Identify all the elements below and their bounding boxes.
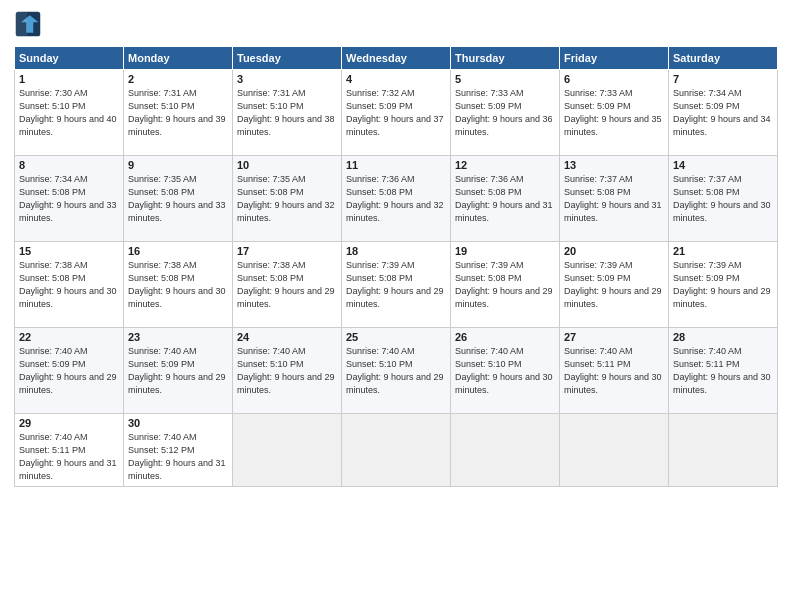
day-detail: Sunrise: 7:33 AMSunset: 5:09 PMDaylight:… <box>455 87 555 139</box>
day-detail: Sunrise: 7:31 AMSunset: 5:10 PMDaylight:… <box>128 87 228 139</box>
day-of-week-header: Sunday <box>15 47 124 70</box>
day-number: 26 <box>455 331 555 343</box>
calendar-cell: 23 Sunrise: 7:40 AMSunset: 5:09 PMDaylig… <box>124 328 233 414</box>
calendar-cell: 7 Sunrise: 7:34 AMSunset: 5:09 PMDayligh… <box>669 70 778 156</box>
calendar-cell: 2 Sunrise: 7:31 AMSunset: 5:10 PMDayligh… <box>124 70 233 156</box>
day-number: 28 <box>673 331 773 343</box>
day-number: 7 <box>673 73 773 85</box>
calendar-cell: 11 Sunrise: 7:36 AMSunset: 5:08 PMDaylig… <box>342 156 451 242</box>
calendar-cell: 10 Sunrise: 7:35 AMSunset: 5:08 PMDaylig… <box>233 156 342 242</box>
day-detail: Sunrise: 7:40 AMSunset: 5:10 PMDaylight:… <box>346 345 446 397</box>
day-detail: Sunrise: 7:40 AMSunset: 5:11 PMDaylight:… <box>673 345 773 397</box>
day-number: 21 <box>673 245 773 257</box>
day-number: 23 <box>128 331 228 343</box>
logo-icon <box>14 10 42 38</box>
calendar-header-row: SundayMondayTuesdayWednesdayThursdayFrid… <box>15 47 778 70</box>
day-number: 3 <box>237 73 337 85</box>
calendar-table: SundayMondayTuesdayWednesdayThursdayFrid… <box>14 46 778 487</box>
day-number: 2 <box>128 73 228 85</box>
day-detail: Sunrise: 7:31 AMSunset: 5:10 PMDaylight:… <box>237 87 337 139</box>
day-number: 16 <box>128 245 228 257</box>
calendar-cell: 24 Sunrise: 7:40 AMSunset: 5:10 PMDaylig… <box>233 328 342 414</box>
calendar-cell: 28 Sunrise: 7:40 AMSunset: 5:11 PMDaylig… <box>669 328 778 414</box>
day-detail: Sunrise: 7:36 AMSunset: 5:08 PMDaylight:… <box>346 173 446 225</box>
day-number: 29 <box>19 417 119 429</box>
day-number: 11 <box>346 159 446 171</box>
day-number: 17 <box>237 245 337 257</box>
calendar-cell: 29 Sunrise: 7:40 AMSunset: 5:11 PMDaylig… <box>15 414 124 487</box>
calendar-cell <box>342 414 451 487</box>
day-number: 20 <box>564 245 664 257</box>
svg-rect-2 <box>16 12 27 37</box>
day-detail: Sunrise: 7:35 AMSunset: 5:08 PMDaylight:… <box>128 173 228 225</box>
calendar-cell: 20 Sunrise: 7:39 AMSunset: 5:09 PMDaylig… <box>560 242 669 328</box>
day-number: 10 <box>237 159 337 171</box>
calendar-cell: 15 Sunrise: 7:38 AMSunset: 5:08 PMDaylig… <box>15 242 124 328</box>
day-number: 5 <box>455 73 555 85</box>
day-number: 4 <box>346 73 446 85</box>
day-number: 8 <box>19 159 119 171</box>
day-detail: Sunrise: 7:40 AMSunset: 5:09 PMDaylight:… <box>128 345 228 397</box>
calendar-cell <box>669 414 778 487</box>
day-detail: Sunrise: 7:34 AMSunset: 5:08 PMDaylight:… <box>19 173 119 225</box>
day-number: 22 <box>19 331 119 343</box>
day-detail: Sunrise: 7:34 AMSunset: 5:09 PMDaylight:… <box>673 87 773 139</box>
calendar-cell: 21 Sunrise: 7:39 AMSunset: 5:09 PMDaylig… <box>669 242 778 328</box>
day-number: 19 <box>455 245 555 257</box>
day-detail: Sunrise: 7:40 AMSunset: 5:09 PMDaylight:… <box>19 345 119 397</box>
calendar-cell: 19 Sunrise: 7:39 AMSunset: 5:08 PMDaylig… <box>451 242 560 328</box>
day-detail: Sunrise: 7:38 AMSunset: 5:08 PMDaylight:… <box>128 259 228 311</box>
calendar-cell: 4 Sunrise: 7:32 AMSunset: 5:09 PMDayligh… <box>342 70 451 156</box>
calendar-cell: 8 Sunrise: 7:34 AMSunset: 5:08 PMDayligh… <box>15 156 124 242</box>
calendar-cell: 9 Sunrise: 7:35 AMSunset: 5:08 PMDayligh… <box>124 156 233 242</box>
calendar-cell: 30 Sunrise: 7:40 AMSunset: 5:12 PMDaylig… <box>124 414 233 487</box>
calendar-cell: 5 Sunrise: 7:33 AMSunset: 5:09 PMDayligh… <box>451 70 560 156</box>
day-number: 13 <box>564 159 664 171</box>
day-of-week-header: Friday <box>560 47 669 70</box>
calendar-body: 1 Sunrise: 7:30 AMSunset: 5:10 PMDayligh… <box>15 70 778 487</box>
day-number: 14 <box>673 159 773 171</box>
day-detail: Sunrise: 7:39 AMSunset: 5:09 PMDaylight:… <box>673 259 773 311</box>
day-detail: Sunrise: 7:33 AMSunset: 5:09 PMDaylight:… <box>564 87 664 139</box>
header <box>14 10 778 38</box>
calendar-cell: 18 Sunrise: 7:39 AMSunset: 5:08 PMDaylig… <box>342 242 451 328</box>
day-detail: Sunrise: 7:39 AMSunset: 5:08 PMDaylight:… <box>455 259 555 311</box>
day-number: 15 <box>19 245 119 257</box>
calendar-cell: 25 Sunrise: 7:40 AMSunset: 5:10 PMDaylig… <box>342 328 451 414</box>
day-number: 18 <box>346 245 446 257</box>
day-detail: Sunrise: 7:37 AMSunset: 5:08 PMDaylight:… <box>673 173 773 225</box>
day-detail: Sunrise: 7:30 AMSunset: 5:10 PMDaylight:… <box>19 87 119 139</box>
page: SundayMondayTuesdayWednesdayThursdayFrid… <box>0 0 792 612</box>
calendar-cell <box>233 414 342 487</box>
calendar-cell: 12 Sunrise: 7:36 AMSunset: 5:08 PMDaylig… <box>451 156 560 242</box>
day-number: 30 <box>128 417 228 429</box>
calendar-cell: 26 Sunrise: 7:40 AMSunset: 5:10 PMDaylig… <box>451 328 560 414</box>
day-detail: Sunrise: 7:40 AMSunset: 5:11 PMDaylight:… <box>19 431 119 483</box>
day-detail: Sunrise: 7:39 AMSunset: 5:08 PMDaylight:… <box>346 259 446 311</box>
day-number: 1 <box>19 73 119 85</box>
day-detail: Sunrise: 7:40 AMSunset: 5:10 PMDaylight:… <box>455 345 555 397</box>
calendar-cell: 16 Sunrise: 7:38 AMSunset: 5:08 PMDaylig… <box>124 242 233 328</box>
day-detail: Sunrise: 7:38 AMSunset: 5:08 PMDaylight:… <box>237 259 337 311</box>
calendar-cell: 17 Sunrise: 7:38 AMSunset: 5:08 PMDaylig… <box>233 242 342 328</box>
day-of-week-header: Wednesday <box>342 47 451 70</box>
day-of-week-header: Tuesday <box>233 47 342 70</box>
day-number: 27 <box>564 331 664 343</box>
day-number: 9 <box>128 159 228 171</box>
day-number: 25 <box>346 331 446 343</box>
day-detail: Sunrise: 7:40 AMSunset: 5:10 PMDaylight:… <box>237 345 337 397</box>
day-number: 6 <box>564 73 664 85</box>
day-of-week-header: Monday <box>124 47 233 70</box>
day-number: 24 <box>237 331 337 343</box>
calendar-cell: 14 Sunrise: 7:37 AMSunset: 5:08 PMDaylig… <box>669 156 778 242</box>
day-of-week-header: Thursday <box>451 47 560 70</box>
day-detail: Sunrise: 7:36 AMSunset: 5:08 PMDaylight:… <box>455 173 555 225</box>
calendar-cell: 27 Sunrise: 7:40 AMSunset: 5:11 PMDaylig… <box>560 328 669 414</box>
calendar-cell: 1 Sunrise: 7:30 AMSunset: 5:10 PMDayligh… <box>15 70 124 156</box>
day-detail: Sunrise: 7:35 AMSunset: 5:08 PMDaylight:… <box>237 173 337 225</box>
calendar-cell: 3 Sunrise: 7:31 AMSunset: 5:10 PMDayligh… <box>233 70 342 156</box>
calendar-cell: 13 Sunrise: 7:37 AMSunset: 5:08 PMDaylig… <box>560 156 669 242</box>
calendar-cell: 6 Sunrise: 7:33 AMSunset: 5:09 PMDayligh… <box>560 70 669 156</box>
logo <box>14 10 46 38</box>
day-detail: Sunrise: 7:32 AMSunset: 5:09 PMDaylight:… <box>346 87 446 139</box>
